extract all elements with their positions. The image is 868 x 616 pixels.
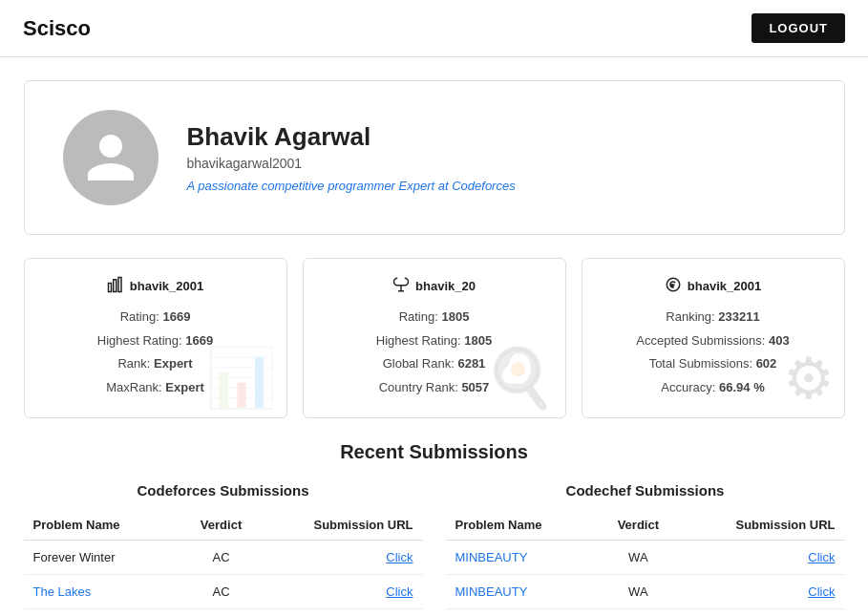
submissions-grid: Codeforces Submissions Problem Name Verd… [24,482,845,616]
g-icon [665,276,682,296]
submission-link[interactable]: Click [386,584,413,599]
stat-field: Rating: 1805 [323,306,546,329]
submission-url: Click [680,540,844,574]
profile-name: Bhavik Agarwal [187,122,516,152]
stat-bg-icon: 🍳 [484,344,556,412]
codeforces-table: Problem Name Verdict Submission URL Fore… [24,510,423,616]
stats-row: bhavik_2001 Rating: 1669Highest Rating: … [24,258,845,418]
problem-name: DUMBLEDORE [446,608,597,616]
stat-handle: bhavik_20 [415,279,476,293]
cc-col-verdict: Verdict [596,510,680,541]
problem-name: Forever Winter [24,540,180,574]
problem-name: MINBEAUTY [446,540,597,574]
codechef-table-wrap: Codechef Submissions Problem Name Verdic… [446,482,845,616]
verdict: WA [596,574,680,608]
svg-rect-2 [118,278,121,292]
avatar [63,110,159,205]
cf-col-verdict: Verdict [180,510,263,541]
cc-col-problem: Problem Name [446,510,597,541]
stat-card-title: bhavik_2001 [602,276,825,296]
verdict: AC [180,608,263,616]
table-row: MINBEAUTY WA Click [446,540,845,574]
submissions-title: Recent Submissions [24,441,845,463]
user-icon [82,129,139,186]
bar-chart-icon [107,276,124,296]
profile-username: bhavikagarwal2001 [187,156,516,171]
stat-card-0: bhavik_2001 Rating: 1669Highest Rating: … [24,258,287,418]
problem-name: MINBEAUTY [446,574,597,608]
table-row: DUMBLEDORE WA Click [446,608,845,616]
logo: Scisco [23,16,91,41]
cf-col-url: Submission URL [262,510,422,541]
submissions-section: Recent Submissions Codeforces Submission… [24,441,845,616]
stat-card-1: bhavik_20 Rating: 1805Highest Rating: 18… [303,258,566,418]
table-row: Gold Rush AC Click [24,608,423,616]
header: Scisco LOGOUT [0,0,868,57]
submission-url: Click [680,574,844,608]
codeforces-table-wrap: Codeforces Submissions Problem Name Verd… [24,482,423,616]
svg-rect-0 [108,284,111,292]
codeforces-table-title: Codeforces Submissions [24,482,423,499]
problem-name: The Lakes [24,574,180,608]
svg-rect-1 [114,280,116,292]
cf-col-problem: Problem Name [24,510,180,541]
stat-card-2: bhavik_2001 Ranking: 233211Accepted Subm… [582,258,845,418]
submission-url: Click [262,540,422,574]
submission-url: Click [262,608,422,616]
table-row: The Lakes AC Click [24,574,423,608]
verdict: AC [180,540,263,574]
stat-bg-icon: ⚙ [783,345,835,412]
stat-handle: bhavik_2001 [688,279,761,293]
submission-link[interactable]: Click [386,550,413,564]
codechef-table: Problem Name Verdict Submission URL MINB… [446,510,845,616]
stat-bg-icon: 📊 [205,344,277,412]
stat-card-title: bhavik_20 [323,276,546,296]
submission-link[interactable]: Click [808,584,835,599]
submission-url: Click [262,574,422,608]
problem-name: Gold Rush [24,608,180,616]
codechef-table-title: Codechef Submissions [446,482,845,499]
profile-bio: A passionate competitive programmer Expe… [187,179,516,193]
profile-info: Bhavik Agarwal bhavikagarwal2001 A passi… [187,122,516,193]
submission-url: Click [680,608,844,616]
stat-field: Ranking: 233211 [602,306,825,329]
stat-card-title: bhavik_2001 [44,276,267,296]
submission-link[interactable]: Click [808,550,835,564]
profile-card: Bhavik Agarwal bhavikagarwal2001 A passi… [24,80,845,235]
chef-icon [392,276,410,296]
stat-field: Rating: 1669 [44,306,267,329]
verdict: WA [596,608,680,616]
logout-button[interactable]: LOGOUT [752,13,845,43]
stat-handle: bhavik_2001 [130,279,203,293]
verdict: AC [180,574,263,608]
table-row: Forever Winter AC Click [24,540,423,574]
cc-col-url: Submission URL [680,510,844,541]
table-row: MINBEAUTY WA Click [446,574,845,608]
verdict: WA [596,540,680,574]
